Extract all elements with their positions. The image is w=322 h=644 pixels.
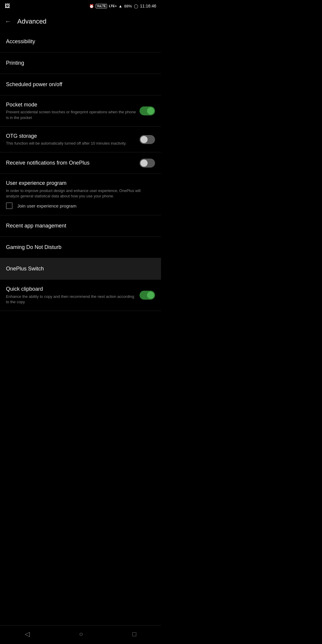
settings-item-content-otg-storage: OTG storageThis function will be automat… [6,133,140,146]
checkbox-user-experience[interactable] [6,202,13,209]
status-time: 11:16:46 [140,4,157,8]
toggle-otg-storage[interactable] [140,135,155,144]
settings-item-content-printing: Printing [6,60,155,66]
settings-item-accessibility[interactable]: Accessibility [0,31,161,52]
signal-icon: ▲ [119,4,123,8]
settings-item-printing[interactable]: Printing [0,52,161,74]
settings-item-title-oneplus-switch: OnePlus Switch [6,265,151,272]
settings-item-title-quick-clipboard: Quick clipboard [6,286,136,292]
header: ← Advanced [0,12,161,31]
gallery-icon: 🖼 [5,3,10,9]
settings-item-content-gaming-dnd: Gaming Do Not Disturb [6,244,155,251]
toggle-quick-clipboard[interactable] [140,291,155,300]
settings-item-subtitle-user-experience: In order to improve product design and e… [6,188,151,199]
settings-item-subtitle-otg-storage: This function will be automatically turn… [6,141,136,146]
settings-item-title-scheduled-power: Scheduled power on/off [6,81,151,88]
settings-item-quick-clipboard[interactable]: Quick clipboardEnhance the ability to co… [0,280,161,311]
settings-item-content-oneplus-switch: OnePlus Switch [6,265,155,272]
settings-item-otg-storage[interactable]: OTG storageThis function will be automat… [0,127,161,153]
toggle-slider-pocket-mode [140,106,155,115]
settings-item-gaming-dnd[interactable]: Gaming Do Not Disturb [0,237,161,258]
settings-item-content-accessibility: Accessibility [6,38,155,45]
settings-item-title-gaming-dnd: Gaming Do Not Disturb [6,244,151,251]
battery-icon: ◯ [134,4,138,8]
settings-item-content-quick-clipboard: Quick clipboardEnhance the ability to co… [6,286,140,305]
settings-item-content-pocket-mode: Pocket modePrevent accidental screen tou… [6,101,140,120]
settings-list: AccessibilityPrintingScheduled power on/… [0,31,161,311]
back-button[interactable]: ← [5,18,11,25]
toggle-receive-notifications[interactable] [140,159,155,168]
settings-item-subtitle-pocket-mode: Prevent accidental screen touches or fin… [6,109,136,120]
settings-item-content-scheduled-power: Scheduled power on/off [6,81,155,88]
alarm-icon: ⏰ [89,4,94,8]
settings-item-pocket-mode[interactable]: Pocket modePrevent accidental screen tou… [0,95,161,127]
back-arrow-icon: ← [5,18,11,25]
settings-item-title-otg-storage: OTG storage [6,133,136,140]
toggle-pocket-mode[interactable] [140,106,155,115]
settings-item-recent-app[interactable]: Recent app management [0,215,161,237]
settings-item-title-user-experience: User experience program [6,180,151,187]
settings-item-title-recent-app: Recent app management [6,222,151,229]
battery-percent: 88% [124,4,132,8]
status-bar: 🖼 ⏰ VoLTE LTE+ ▲ 88% ◯ 11:16:46 [0,0,161,12]
settings-item-oneplus-switch[interactable]: OnePlus Switch [0,258,161,280]
toggle-slider-otg-storage [140,135,155,144]
settings-item-receive-notifications[interactable]: Receive notifications from OnePlus [0,152,161,174]
toggle-slider-receive-notifications [140,159,155,168]
settings-item-content-recent-app: Recent app management [6,222,155,229]
page-title: Advanced [17,18,47,25]
checkbox-label-user-experience: Join user experience program [17,203,76,208]
settings-item-scheduled-power[interactable]: Scheduled power on/off [0,74,161,95]
settings-item-title-receive-notifications: Receive notifications from OnePlus [6,160,136,166]
settings-item-content-receive-notifications: Receive notifications from OnePlus [6,160,140,166]
lte-icon: LTE+ [109,4,117,8]
volte-badge: VoLTE [96,4,107,8]
toggle-slider-quick-clipboard [140,291,155,300]
settings-item-title-accessibility: Accessibility [6,38,151,45]
settings-item-title-pocket-mode: Pocket mode [6,101,136,108]
checkbox-row-user-experience[interactable]: Join user experience program [6,202,151,209]
settings-item-content-user-experience: User experience programIn order to impro… [6,180,155,209]
settings-item-user-experience[interactable]: User experience programIn order to impro… [0,174,161,215]
settings-item-title-printing: Printing [6,60,151,66]
settings-item-subtitle-quick-clipboard: Enhance the ability to copy and then rec… [6,294,136,305]
